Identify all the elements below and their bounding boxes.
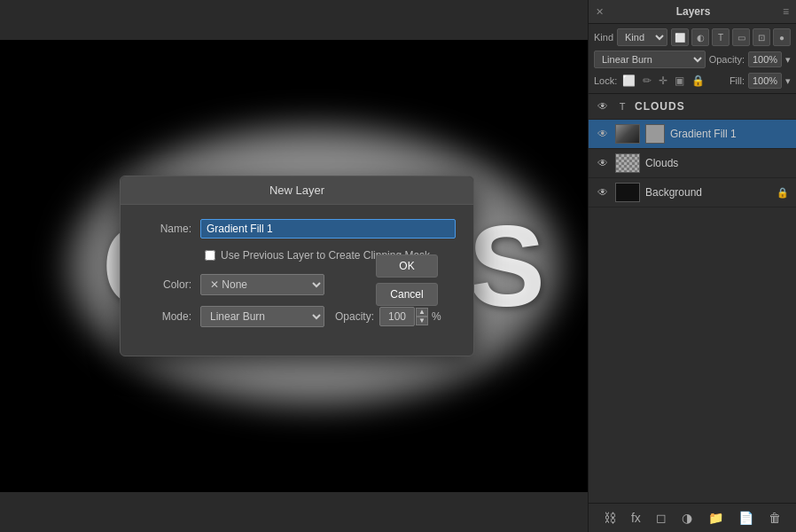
opacity-arrows[interactable]: ▲ ▼ bbox=[416, 308, 428, 325]
color-select[interactable]: ✕ None bbox=[200, 274, 324, 295]
gradient-fill-layer[interactable]: 👁 Gradient Fill 1 bbox=[589, 120, 796, 149]
name-label: Name: bbox=[138, 223, 200, 235]
mode-select[interactable]: Linear Burn bbox=[200, 306, 324, 327]
layers-panel: ✕ Layers ≡ Kind Kind ⬜ ◐ T ▭ ⊡ ● Linear … bbox=[588, 0, 796, 532]
cancel-button[interactable]: Cancel bbox=[376, 283, 438, 306]
lock-label: Lock: bbox=[594, 75, 617, 86]
dialog-buttons: OK Cancel bbox=[376, 254, 438, 306]
new-layer-dialog: New Layer Name: Use Previous Layer to Cr… bbox=[120, 176, 474, 356]
clouds-layer-name: Clouds bbox=[645, 157, 789, 169]
link-layers-button[interactable]: ⛓ bbox=[600, 509, 620, 527]
menu-icon[interactable]: ≡ bbox=[783, 5, 789, 18]
canvas-inner: C S New Layer Name: bbox=[0, 40, 629, 492]
background-layer-name: Background bbox=[645, 186, 771, 199]
layers-panel-header: ✕ Layers ≡ bbox=[589, 0, 796, 24]
layers-bottom-toolbar: ⛓ fx ◻ ◑ 📁 📄 🗑 bbox=[589, 503, 796, 532]
adjustment-filter-icon[interactable]: ◐ bbox=[691, 28, 709, 46]
clouds-layer-eye-icon[interactable]: 👁 bbox=[596, 156, 610, 170]
name-row: Name: bbox=[138, 219, 456, 239]
layers-title: Layers bbox=[676, 5, 711, 18]
clouds-layer-thumbnail bbox=[615, 153, 640, 173]
dialog-title: New Layer bbox=[121, 176, 473, 205]
layers-toolbar: Kind Kind ⬜ ◐ T ▭ ⊡ ● Linear Burn Opacit… bbox=[589, 24, 796, 94]
add-mask-button[interactable]: ◻ bbox=[652, 509, 670, 527]
lock-pixels-icon[interactable]: ⬜ bbox=[620, 74, 637, 87]
delete-layer-button[interactable]: 🗑 bbox=[765, 509, 784, 527]
fill-input[interactable] bbox=[748, 73, 782, 89]
smart-filter-icon[interactable]: ⊡ bbox=[753, 28, 770, 46]
close-icon[interactable]: ✕ bbox=[596, 6, 604, 18]
clouds-group-name: CLOUDS bbox=[635, 100, 685, 113]
kind-row: Kind Kind ⬜ ◐ T ▭ ⊡ ● bbox=[594, 28, 791, 46]
mode-row: Mode: Linear Burn Opacity: ▲ ▼ bbox=[138, 306, 456, 327]
name-input[interactable] bbox=[200, 219, 456, 239]
add-adjustment-button[interactable]: ◑ bbox=[678, 509, 696, 527]
color-label: Color: bbox=[138, 278, 200, 291]
background-thumbnail bbox=[615, 183, 640, 202]
kind-filter-icons: ⬜ ◐ T ▭ ⊡ ● bbox=[671, 28, 791, 46]
ok-button[interactable]: OK bbox=[376, 254, 438, 278]
clipping-mask-checkbox[interactable] bbox=[205, 250, 215, 261]
lock-all-icon[interactable]: 🔒 bbox=[690, 74, 706, 87]
lock-brush-icon[interactable]: ✏ bbox=[641, 74, 653, 87]
opacity-unit: % bbox=[432, 310, 441, 323]
gradient-mask-thumbnail bbox=[645, 124, 665, 144]
opacity-label: Opacity: bbox=[335, 310, 374, 323]
layers-list: 👁 T CLOUDS 👁 Gradient Fill 1 👁 Clouds 👁 bbox=[589, 94, 796, 503]
background-eye-icon[interactable]: 👁 bbox=[596, 185, 610, 200]
opacity-dropdown[interactable]: ▾ bbox=[785, 54, 791, 66]
clouds-group-header[interactable]: 👁 T CLOUDS bbox=[589, 94, 796, 120]
clouds-eye-icon[interactable]: 👁 bbox=[596, 99, 610, 113]
clouds-type-icon: T bbox=[615, 99, 629, 113]
opacity-label-small: Opacity: bbox=[709, 54, 745, 65]
gradient-layer-name: Gradient Fill 1 bbox=[670, 128, 789, 140]
background-lock-icon: 🔒 bbox=[776, 187, 789, 199]
filter-toggle-icon[interactable]: ● bbox=[773, 28, 791, 46]
shape-filter-icon[interactable]: ▭ bbox=[732, 28, 750, 46]
mode-label: Mode: bbox=[138, 310, 200, 323]
gradient-thumbnail bbox=[615, 124, 640, 144]
canvas-area: C S New Layer Name: bbox=[0, 0, 629, 532]
new-layer-button[interactable]: 📄 bbox=[735, 509, 757, 527]
background-layer[interactable]: 👁 Background 🔒 bbox=[589, 178, 796, 207]
lock-fill-row: Lock: ⬜ ✏ ✛ ▣ 🔒 Fill: ▾ bbox=[594, 73, 791, 89]
fill-label: Fill: bbox=[730, 75, 745, 86]
gradient-eye-icon[interactable]: 👁 bbox=[596, 127, 610, 141]
lock-artboard-icon[interactable]: ▣ bbox=[673, 74, 686, 87]
pixel-filter-icon[interactable]: ⬜ bbox=[671, 28, 689, 46]
opacity-input[interactable] bbox=[379, 307, 415, 326]
blend-opacity-row: Linear Burn Opacity: ▾ bbox=[594, 51, 791, 68]
kind-label: Kind bbox=[594, 32, 613, 43]
type-filter-icon[interactable]: T bbox=[712, 28, 730, 46]
fill-dropdown[interactable]: ▾ bbox=[785, 75, 791, 87]
clouds-layer[interactable]: 👁 Clouds bbox=[589, 149, 796, 178]
opacity-down[interactable]: ▼ bbox=[416, 317, 428, 325]
kind-select[interactable]: Kind bbox=[617, 28, 667, 46]
cloud-letter-s: S bbox=[468, 200, 541, 332]
opacity-up[interactable]: ▲ bbox=[416, 308, 428, 317]
fx-button[interactable]: fx bbox=[628, 509, 644, 527]
lock-position-icon[interactable]: ✛ bbox=[657, 74, 669, 87]
create-group-button[interactable]: 📁 bbox=[705, 509, 727, 527]
panel-opacity-input[interactable] bbox=[748, 51, 782, 67]
blend-mode-select[interactable]: Linear Burn bbox=[594, 51, 706, 68]
